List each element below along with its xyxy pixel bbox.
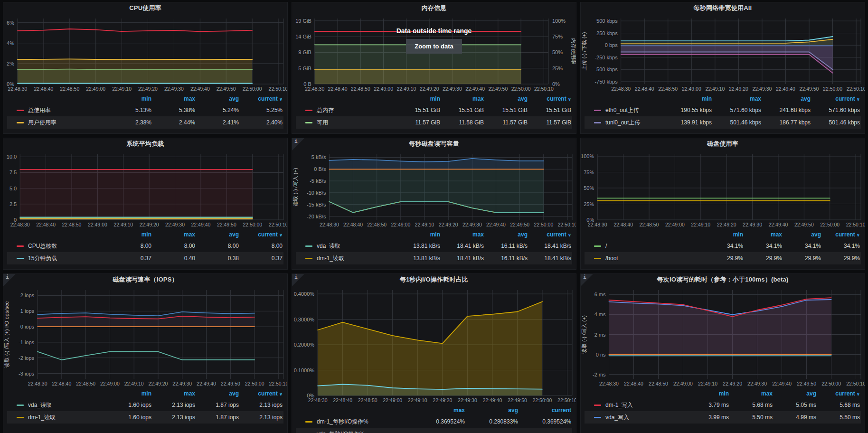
- panel-info-icon[interactable]: i: [581, 274, 593, 286]
- legend-series-toggle[interactable]: /boot: [594, 255, 704, 262]
- legend-column-avg[interactable]: avg: [465, 407, 518, 414]
- legend-series-toggle[interactable]: CPU总核数: [17, 242, 108, 250]
- legend-column-current[interactable]: current: [518, 407, 571, 414]
- legend-series-toggle[interactable]: vda_读取: [17, 401, 108, 409]
- x-tick-label: 22:50:10: [557, 397, 576, 403]
- legend-value: 2.44%: [151, 119, 195, 126]
- legend-column-min[interactable]: min: [396, 95, 440, 102]
- chart-area-disk-rw-bytes[interactable]: 5 kB/s0 B/s-5 kB/s-10 kB/s-15 kB/s-20 kB…: [292, 150, 576, 228]
- x-tick-label: 22:49:00: [665, 222, 685, 227]
- panel-header-disk-iops[interactable]: 磁盘读写速率（IOPS）: [3, 274, 287, 285]
- legend-column-current[interactable]: current∨: [811, 95, 860, 102]
- chart-svg[interactable]: 02.55.07.510.022:48:3022:48:4022:48:5022…: [3, 150, 287, 228]
- legend-series-toggle[interactable]: vda_每秒I/O操作%: [305, 430, 412, 433]
- series-color-dash-icon: [17, 405, 24, 406]
- chart-area-memory-info[interactable]: Data outside time rangeZoom to data0 B5 …: [292, 14, 576, 93]
- legend-column-min[interactable]: min: [108, 95, 151, 102]
- legend-series-toggle[interactable]: 总使用率: [17, 106, 108, 114]
- legend-value: 0.40: [151, 255, 195, 262]
- legend-column-avg[interactable]: avg: [195, 390, 239, 397]
- legend-column-current[interactable]: current∨: [821, 231, 860, 238]
- legend-series-toggle[interactable]: vda_读取: [305, 242, 396, 250]
- legend-series-toggle[interactable]: /: [594, 243, 704, 249]
- legend-column-min[interactable]: min: [108, 231, 151, 238]
- chart-area-io-time-percent[interactable]: 0%0.1000%0.2000%0.3000%0.4000%22:48:3022…: [292, 285, 576, 404]
- legend-column-max[interactable]: max: [712, 95, 761, 102]
- chart-area-network-bandwidth[interactable]: 500 kbps250 kbps0 bps-250 kbps-500 kbps-…: [581, 14, 865, 93]
- legend-series-toggle[interactable]: vda_写入: [594, 414, 685, 422]
- legend-series-toggle[interactable]: dm-1_读取: [17, 414, 108, 422]
- panel-header-cpu-usage[interactable]: CPU使用率: [3, 2, 287, 14]
- x-tick-label: 22:49:00: [100, 381, 120, 386]
- chart-svg[interactable]: 0%0.1000%0.2000%0.3000%0.4000%22:48:3022…: [292, 285, 576, 404]
- panel-header-memory-info[interactable]: 内存信息: [292, 2, 576, 14]
- panel-header-disk-rw-bytes[interactable]: 每秒磁盘读写容量: [292, 138, 576, 150]
- legend-column-avg[interactable]: avg: [782, 231, 821, 238]
- legend-value: 0.369524%: [518, 418, 571, 425]
- legend-series-toggle[interactable]: 总内存: [305, 106, 396, 114]
- legend-column-max[interactable]: max: [151, 95, 195, 102]
- chart-area-cpu-usage[interactable]: 0%2%4%6%22:48:3022:48:4022:48:5022:49:00…: [3, 14, 287, 93]
- y-tick-label: 0.2000%: [294, 342, 315, 348]
- legend-column-min[interactable]: min: [685, 390, 729, 397]
- legend-series-toggle[interactable]: dm-1_每秒I/O操作%: [305, 418, 412, 426]
- legend-series-toggle[interactable]: 可用: [305, 119, 396, 127]
- legend-column-current[interactable]: current∨: [528, 95, 571, 102]
- legend-column-current[interactable]: current∨: [816, 390, 860, 397]
- y-tick-label: 2 iops: [20, 292, 35, 298]
- legend-column-min[interactable]: min: [396, 231, 440, 238]
- legend-series-toggle[interactable]: dm-1_写入: [594, 401, 685, 409]
- legend-series-toggle[interactable]: 用户使用率: [17, 119, 108, 127]
- panel-header-system-load[interactable]: 系统平均负载: [3, 138, 287, 150]
- x-tick-label: 22:49:00: [682, 86, 701, 92]
- x-tick-label: 22:49:10: [698, 381, 717, 386]
- legend-column-current[interactable]: current∨: [239, 231, 283, 238]
- chart-svg[interactable]: 2 iops1 iops0 iops-1 iops-2 iops-3 iops读…: [3, 285, 287, 387]
- legend-column-current[interactable]: current∨: [239, 390, 283, 397]
- legend-column-current[interactable]: current∨: [239, 95, 283, 102]
- chart-svg[interactable]: 5 kB/s0 B/s-5 kB/s-10 kB/s-15 kB/s-20 kB…: [292, 150, 576, 228]
- chart-svg[interactable]: 0%2%4%6%22:48:3022:48:4022:48:5022:49:00…: [3, 14, 287, 93]
- panel-header-io-time-percent[interactable]: 每1秒内I/O操作耗时占比: [292, 274, 576, 285]
- chart-svg[interactable]: 6 ms4 ms2 ms0 ns-2 ms读取 (-) /写入 (+)22:48…: [581, 285, 865, 387]
- legend-column-max[interactable]: max: [729, 390, 773, 397]
- panel-info-icon[interactable]: i: [292, 138, 304, 151]
- chart-svg[interactable]: 500 kbps250 kbps0 bps-250 kbps-500 kbps-…: [581, 14, 865, 93]
- legend-column-avg[interactable]: avg: [195, 231, 239, 238]
- legend-column-max[interactable]: max: [440, 231, 484, 238]
- legend-value: 29.9%: [704, 255, 743, 262]
- legend-value: 5.05 ms: [773, 402, 816, 408]
- legend-column-avg[interactable]: avg: [773, 390, 816, 397]
- panel-header-io-latency[interactable]: 每次IO读写的耗时（参考：小于100ms）(beta): [581, 274, 865, 285]
- y-tick-label: -250 kbps: [594, 55, 618, 60]
- legend-series-toggle[interactable]: 15分钟负载: [17, 254, 108, 263]
- legend-value: 2.13 iops: [239, 414, 283, 421]
- legend-column-avg[interactable]: avg: [195, 95, 239, 102]
- legend-column-avg[interactable]: avg: [484, 231, 528, 238]
- legend-column-avg[interactable]: avg: [484, 95, 528, 102]
- legend-column-avg[interactable]: avg: [761, 95, 811, 102]
- chart-area-io-latency[interactable]: 6 ms4 ms2 ms0 ns-2 ms读取 (-) /写入 (+)22:48…: [581, 285, 865, 387]
- chart-svg[interactable]: 0%25%50%75%100%22:48:3022:48:4022:48:502…: [581, 150, 865, 228]
- legend-column-max[interactable]: max: [743, 231, 782, 238]
- legend-column-min[interactable]: min: [704, 231, 743, 238]
- legend-column-max[interactable]: max: [412, 407, 465, 414]
- x-tick-label: 22:50:00: [823, 86, 842, 92]
- legend-column-max[interactable]: max: [151, 390, 195, 397]
- panel-header-disk-usage[interactable]: 磁盘使用率: [581, 138, 865, 150]
- chart-area-disk-usage[interactable]: 0%25%50%75%100%22:48:3022:48:4022:48:502…: [581, 150, 865, 228]
- zoom-to-data-button[interactable]: Zoom to data: [406, 39, 462, 54]
- panel-header-network-bandwidth[interactable]: 每秒网络带宽使用All: [581, 2, 865, 14]
- chart-area-system-load[interactable]: 02.55.07.510.022:48:3022:48:4022:48:5022…: [3, 150, 287, 228]
- panel-info-icon[interactable]: i: [3, 274, 16, 286]
- legend-column-max[interactable]: max: [151, 231, 195, 238]
- legend-column-max[interactable]: max: [440, 95, 484, 102]
- legend-column-min[interactable]: min: [108, 390, 151, 397]
- legend-series-toggle[interactable]: dm-1_读取: [305, 254, 396, 263]
- panel-info-icon[interactable]: i: [292, 274, 304, 286]
- legend-series-toggle[interactable]: eth0_out上传: [594, 106, 662, 114]
- chart-area-disk-iops[interactable]: 2 iops1 iops0 iops-1 iops-2 iops-3 iops读…: [3, 285, 287, 387]
- legend-column-current[interactable]: current∨: [528, 231, 571, 238]
- legend-column-min[interactable]: min: [662, 95, 712, 102]
- legend-series-toggle[interactable]: tunl0_out上传: [594, 119, 662, 127]
